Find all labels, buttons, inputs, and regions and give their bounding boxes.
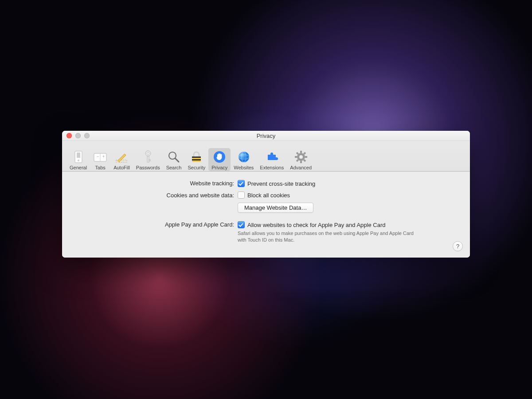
minimize-button[interactable] (75, 133, 81, 138)
tab-label: Advanced (290, 165, 312, 170)
close-button[interactable] (66, 133, 72, 138)
content-pane: Website tracking: Prevent cross-site tra… (62, 172, 470, 258)
titlebar[interactable]: Privacy (62, 131, 470, 141)
svg-point-20 (239, 152, 249, 162)
apple-pay-description: Safari allows you to make purchases on t… (238, 230, 419, 243)
svg-rect-18 (192, 159, 201, 160)
tab-privacy[interactable]: Privacy (208, 148, 231, 171)
tab-advanced[interactable]: Advanced (287, 148, 315, 171)
row-apple-pay: Apple Pay and Apple Card: Allow websites… (74, 221, 458, 243)
window-title: Privacy (62, 133, 470, 139)
label-website-tracking: Website tracking: (74, 180, 238, 187)
checkbox-block-all-cookies[interactable]: Block all cookies (238, 192, 290, 199)
tab-label: Extensions (260, 165, 284, 170)
tab-label: Security (188, 165, 205, 170)
svg-point-2 (78, 160, 79, 161)
tab-general[interactable]: General (66, 148, 90, 171)
svg-text:−: − (97, 154, 99, 159)
svg-rect-12 (147, 156, 149, 162)
label-apple-pay: Apple Pay and Apple Card: (74, 221, 238, 228)
tab-search[interactable]: Search (163, 148, 185, 171)
svg-text:+: + (102, 154, 105, 159)
tab-label: Tabs (95, 165, 106, 170)
tab-websites[interactable]: Websites (231, 148, 257, 171)
svg-marker-8 (117, 154, 126, 162)
tab-passwords[interactable]: Passwords (133, 148, 163, 171)
checkbox-allow-apple-pay-check[interactable]: Allow websites to check for Apple Pay an… (238, 221, 385, 228)
tab-label: General (70, 165, 87, 170)
tab-autofill[interactable]: AutoFill (110, 148, 133, 171)
checkbox-label: Allow websites to check for Apple Pay an… (247, 222, 385, 228)
pencil-icon (114, 150, 129, 164)
svg-line-15 (175, 158, 179, 162)
tab-security[interactable]: Security (184, 148, 208, 171)
checkbox-icon (238, 221, 245, 228)
key-icon (141, 150, 155, 164)
tabs-icon: − + (93, 150, 107, 164)
tab-extensions[interactable]: Extensions (257, 148, 287, 171)
hand-icon (212, 150, 227, 164)
magnifier-icon (167, 150, 181, 164)
gear-icon (294, 150, 308, 164)
preferences-window: Privacy General − (62, 131, 470, 258)
checkbox-prevent-cross-site-tracking[interactable]: Prevent cross-site tracking (238, 180, 315, 187)
tab-label: Search (166, 165, 182, 170)
label-cookies: Cookies and website data: (74, 192, 238, 199)
svg-rect-25 (300, 161, 302, 163)
puzzle-icon (265, 150, 279, 164)
svg-point-11 (147, 153, 149, 154)
svg-rect-17 (192, 156, 201, 158)
help-button[interactable]: ? (453, 241, 463, 251)
svg-rect-1 (77, 153, 80, 158)
switch-icon (71, 150, 86, 164)
svg-rect-24 (300, 151, 302, 153)
checkbox-icon (238, 180, 245, 187)
help-icon: ? (456, 243, 459, 250)
row-website-tracking: Website tracking: Prevent cross-site tra… (74, 180, 458, 187)
checkbox-icon (238, 192, 245, 199)
tab-label: Privacy (211, 165, 227, 170)
svg-rect-13 (149, 160, 150, 161)
preferences-toolbar: General − + Tabs (62, 141, 470, 172)
window-controls (62, 133, 90, 138)
tab-label: Passwords (136, 165, 160, 170)
lock-icon (189, 150, 203, 164)
svg-rect-27 (305, 156, 307, 158)
tab-label: AutoFill (113, 165, 130, 170)
desktop-wallpaper: Privacy General − (0, 0, 532, 399)
manage-website-data-button[interactable]: Manage Website Data… (238, 203, 313, 213)
svg-point-32 (299, 155, 303, 159)
row-cookies: Cookies and website data: Block all cook… (74, 192, 458, 213)
tab-tabs[interactable]: − + Tabs (90, 148, 110, 171)
svg-rect-26 (295, 156, 297, 158)
globe-icon (237, 150, 251, 164)
checkbox-label: Block all cookies (247, 192, 290, 199)
checkbox-label: Prevent cross-site tracking (247, 180, 315, 187)
tab-label: Websites (234, 165, 254, 170)
zoom-button[interactable] (84, 133, 90, 138)
